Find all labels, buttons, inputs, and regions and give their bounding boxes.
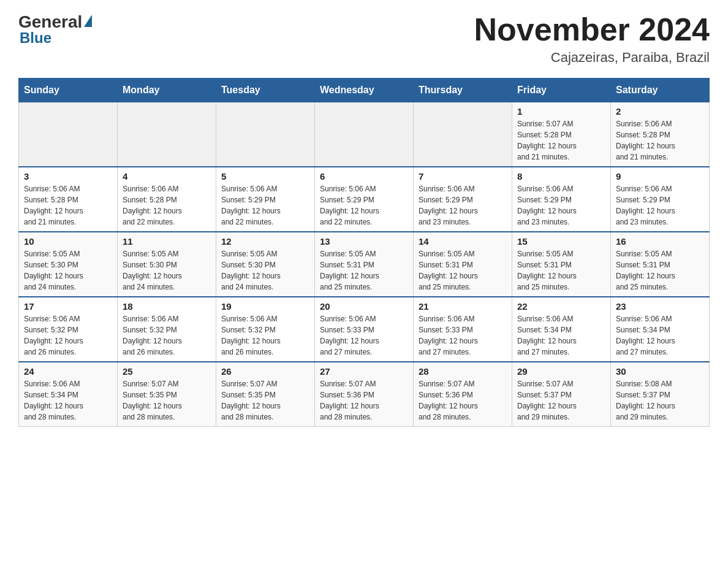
weekday-header-row: SundayMondayTuesdayWednesdayThursdayFrid…	[19, 79, 710, 102]
day-info: Sunrise: 5:06 AMSunset: 5:28 PMDaylight:…	[123, 183, 211, 228]
day-info: Sunrise: 5:06 AMSunset: 5:29 PMDaylight:…	[419, 183, 507, 228]
day-number: 26	[221, 366, 309, 377]
day-number: 2	[616, 106, 704, 117]
day-info: Sunrise: 5:05 AMSunset: 5:31 PMDaylight:…	[616, 248, 704, 293]
calendar-day-cell	[19, 102, 118, 167]
day-info: Sunrise: 5:06 AMSunset: 5:34 PMDaylight:…	[517, 313, 605, 358]
day-info: Sunrise: 5:06 AMSunset: 5:33 PMDaylight:…	[320, 313, 408, 358]
day-info: Sunrise: 5:06 AMSunset: 5:33 PMDaylight:…	[419, 313, 507, 358]
day-info: Sunrise: 5:06 AMSunset: 5:34 PMDaylight:…	[24, 378, 112, 423]
weekday-header-thursday: Thursday	[414, 79, 512, 102]
day-number: 28	[419, 366, 507, 377]
day-number: 19	[221, 301, 309, 312]
calendar-week-row: 24Sunrise: 5:06 AMSunset: 5:34 PMDayligh…	[19, 362, 710, 427]
day-number: 29	[517, 366, 605, 377]
day-number: 1	[517, 106, 605, 117]
day-number: 20	[320, 301, 408, 312]
day-info: Sunrise: 5:05 AMSunset: 5:30 PMDaylight:…	[24, 248, 112, 293]
calendar-day-cell	[216, 102, 315, 167]
calendar-table: SundayMondayTuesdayWednesdayThursdayFrid…	[18, 78, 710, 427]
day-info: Sunrise: 5:05 AMSunset: 5:31 PMDaylight:…	[517, 248, 605, 293]
day-number: 22	[517, 301, 605, 312]
day-number: 8	[517, 171, 605, 182]
day-info: Sunrise: 5:05 AMSunset: 5:31 PMDaylight:…	[320, 248, 408, 293]
calendar-day-cell: 9Sunrise: 5:06 AMSunset: 5:29 PMDaylight…	[611, 167, 710, 232]
logo: General Blue	[18, 12, 92, 47]
day-number: 6	[320, 171, 408, 182]
calendar-day-cell: 10Sunrise: 5:05 AMSunset: 5:30 PMDayligh…	[19, 232, 118, 297]
weekday-header-saturday: Saturday	[611, 79, 710, 102]
day-number: 12	[221, 236, 309, 247]
calendar-day-cell: 26Sunrise: 5:07 AMSunset: 5:35 PMDayligh…	[216, 362, 315, 427]
logo-blue-text: Blue	[20, 29, 51, 47]
day-number: 7	[419, 171, 507, 182]
calendar-week-row: 10Sunrise: 5:05 AMSunset: 5:30 PMDayligh…	[19, 232, 710, 297]
calendar-day-cell: 7Sunrise: 5:06 AMSunset: 5:29 PMDaylight…	[414, 167, 512, 232]
calendar-day-cell	[315, 102, 414, 167]
day-info: Sunrise: 5:06 AMSunset: 5:29 PMDaylight:…	[616, 183, 704, 228]
calendar-day-cell: 23Sunrise: 5:06 AMSunset: 5:34 PMDayligh…	[611, 297, 710, 362]
calendar-day-cell: 5Sunrise: 5:06 AMSunset: 5:29 PMDaylight…	[216, 167, 315, 232]
month-title: November 2024	[474, 12, 710, 47]
day-info: Sunrise: 5:06 AMSunset: 5:32 PMDaylight:…	[221, 313, 309, 358]
day-info: Sunrise: 5:06 AMSunset: 5:28 PMDaylight:…	[24, 183, 112, 228]
day-info: Sunrise: 5:06 AMSunset: 5:29 PMDaylight:…	[320, 183, 408, 228]
calendar-day-cell: 28Sunrise: 5:07 AMSunset: 5:36 PMDayligh…	[414, 362, 512, 427]
day-number: 30	[616, 366, 704, 377]
calendar-day-cell: 20Sunrise: 5:06 AMSunset: 5:33 PMDayligh…	[315, 297, 414, 362]
day-number: 5	[221, 171, 309, 182]
day-number: 23	[616, 301, 704, 312]
calendar-week-row: 17Sunrise: 5:06 AMSunset: 5:32 PMDayligh…	[19, 297, 710, 362]
day-info: Sunrise: 5:07 AMSunset: 5:35 PMDaylight:…	[123, 378, 211, 423]
weekday-header-monday: Monday	[118, 79, 216, 102]
calendar-day-cell: 13Sunrise: 5:05 AMSunset: 5:31 PMDayligh…	[315, 232, 414, 297]
calendar-day-cell: 1Sunrise: 5:07 AMSunset: 5:28 PMDaylight…	[512, 102, 611, 167]
day-info: Sunrise: 5:06 AMSunset: 5:28 PMDaylight:…	[616, 118, 704, 163]
day-info: Sunrise: 5:06 AMSunset: 5:34 PMDaylight:…	[616, 313, 704, 358]
calendar-day-cell: 19Sunrise: 5:06 AMSunset: 5:32 PMDayligh…	[216, 297, 315, 362]
day-number: 27	[320, 366, 408, 377]
day-info: Sunrise: 5:07 AMSunset: 5:28 PMDaylight:…	[517, 118, 605, 163]
calendar-day-cell: 21Sunrise: 5:06 AMSunset: 5:33 PMDayligh…	[414, 297, 512, 362]
calendar-day-cell: 16Sunrise: 5:05 AMSunset: 5:31 PMDayligh…	[611, 232, 710, 297]
calendar-day-cell: 17Sunrise: 5:06 AMSunset: 5:32 PMDayligh…	[19, 297, 118, 362]
calendar-day-cell: 30Sunrise: 5:08 AMSunset: 5:37 PMDayligh…	[611, 362, 710, 427]
day-number: 17	[24, 301, 112, 312]
day-number: 24	[24, 366, 112, 377]
calendar-day-cell: 8Sunrise: 5:06 AMSunset: 5:29 PMDaylight…	[512, 167, 611, 232]
day-number: 21	[419, 301, 507, 312]
calendar-day-cell	[414, 102, 512, 167]
day-number: 10	[24, 236, 112, 247]
calendar-day-cell: 22Sunrise: 5:06 AMSunset: 5:34 PMDayligh…	[512, 297, 611, 362]
day-info: Sunrise: 5:06 AMSunset: 5:29 PMDaylight:…	[517, 183, 605, 228]
logo-triangle-icon	[84, 15, 92, 27]
calendar-day-cell: 27Sunrise: 5:07 AMSunset: 5:36 PMDayligh…	[315, 362, 414, 427]
day-info: Sunrise: 5:05 AMSunset: 5:31 PMDaylight:…	[419, 248, 507, 293]
calendar-day-cell: 6Sunrise: 5:06 AMSunset: 5:29 PMDaylight…	[315, 167, 414, 232]
calendar-week-row: 1Sunrise: 5:07 AMSunset: 5:28 PMDaylight…	[19, 102, 710, 167]
weekday-header-tuesday: Tuesday	[216, 79, 315, 102]
day-info: Sunrise: 5:07 AMSunset: 5:35 PMDaylight:…	[221, 378, 309, 423]
day-number: 9	[616, 171, 704, 182]
day-number: 18	[123, 301, 211, 312]
calendar-day-cell: 4Sunrise: 5:06 AMSunset: 5:28 PMDaylight…	[118, 167, 216, 232]
calendar-day-cell: 18Sunrise: 5:06 AMSunset: 5:32 PMDayligh…	[118, 297, 216, 362]
day-number: 11	[123, 236, 211, 247]
calendar-day-cell: 3Sunrise: 5:06 AMSunset: 5:28 PMDaylight…	[19, 167, 118, 232]
location-subtitle: Cajazeiras, Paraiba, Brazil	[474, 50, 710, 66]
day-number: 3	[24, 171, 112, 182]
calendar-week-row: 3Sunrise: 5:06 AMSunset: 5:28 PMDaylight…	[19, 167, 710, 232]
weekday-header-wednesday: Wednesday	[315, 79, 414, 102]
day-info: Sunrise: 5:07 AMSunset: 5:36 PMDaylight:…	[320, 378, 408, 423]
calendar-day-cell: 25Sunrise: 5:07 AMSunset: 5:35 PMDayligh…	[118, 362, 216, 427]
day-number: 16	[616, 236, 704, 247]
calendar-day-cell: 29Sunrise: 5:07 AMSunset: 5:37 PMDayligh…	[512, 362, 611, 427]
day-info: Sunrise: 5:06 AMSunset: 5:32 PMDaylight:…	[24, 313, 112, 358]
day-info: Sunrise: 5:07 AMSunset: 5:37 PMDaylight:…	[517, 378, 605, 423]
title-section: November 2024 Cajazeiras, Paraiba, Brazi…	[474, 12, 710, 66]
day-info: Sunrise: 5:05 AMSunset: 5:30 PMDaylight:…	[221, 248, 309, 293]
calendar-day-cell: 12Sunrise: 5:05 AMSunset: 5:30 PMDayligh…	[216, 232, 315, 297]
calendar-day-cell	[118, 102, 216, 167]
day-info: Sunrise: 5:08 AMSunset: 5:37 PMDaylight:…	[616, 378, 704, 423]
day-number: 4	[123, 171, 211, 182]
